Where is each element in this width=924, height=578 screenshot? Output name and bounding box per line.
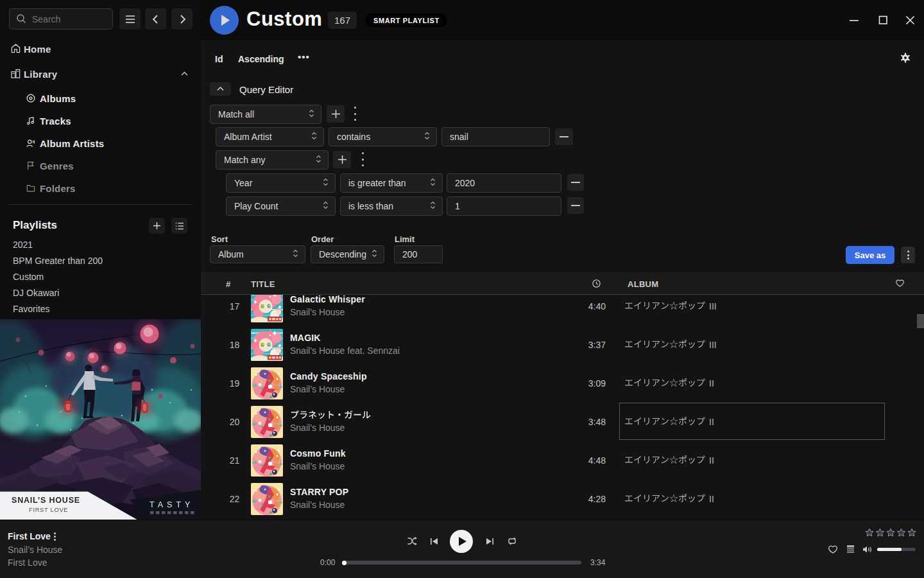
svg-text:FIRST LOVE: FIRST LOVE bbox=[29, 506, 68, 513]
svg-text:SNAIL’S HOUSE: SNAIL’S HOUSE bbox=[12, 496, 80, 505]
svg-text:TASTY: TASTY bbox=[150, 500, 194, 509]
